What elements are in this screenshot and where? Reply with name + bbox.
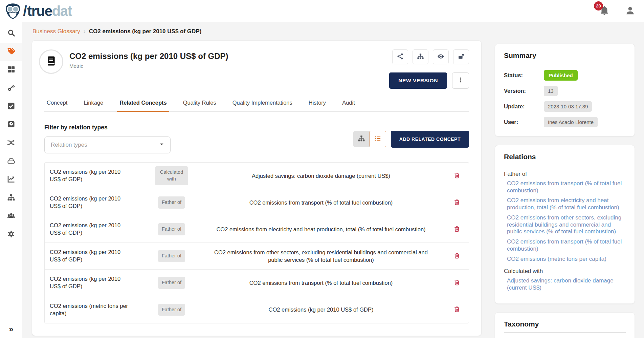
sidebar-expand-button[interactable]: » <box>0 322 22 336</box>
hard-drive-icon <box>7 157 15 166</box>
sidebar-item-modules[interactable] <box>0 61 22 79</box>
relation-link[interactable]: CO2 emissions from transport (% of total… <box>507 180 626 194</box>
sidebar-item-user-groups[interactable] <box>0 207 22 226</box>
owl-logo-icon <box>4 2 22 20</box>
tab-quality-implementations[interactable]: Quality Implementations <box>230 96 295 112</box>
page-title: CO2 emissions (kg per 2010 US$ of GDP) <box>69 51 389 61</box>
father-of-label: Father of <box>504 171 626 177</box>
relation-source: CO2 emissions (kg per 2010 US$ of GDP) <box>45 249 146 263</box>
gauge-icon <box>7 120 15 130</box>
relation-target: CO2 emissions (kg per 2010 US$ of GDP) <box>197 306 445 313</box>
gear-icon <box>7 230 15 239</box>
delete-relation-button[interactable] <box>453 172 460 180</box>
relation-type-badge: Father of <box>158 223 185 235</box>
grid-icon <box>7 65 15 75</box>
relation-type-badge: Father of <box>158 304 185 316</box>
relation-source: CO2 emissions (kg per 2010 US$ of GDP) <box>45 222 146 237</box>
bell-icon <box>599 11 609 17</box>
new-version-button[interactable]: NEW VERSION <box>389 72 447 89</box>
share-button[interactable] <box>392 49 408 64</box>
relation-link[interactable]: CO2 emissions from transport (% of total… <box>507 238 626 252</box>
top-header: /truedat 20 <box>0 0 644 22</box>
unlock-icon <box>458 53 465 61</box>
sitemap-icon <box>417 53 424 61</box>
tab-history[interactable]: History <box>306 96 328 112</box>
table-row: CO2 emissions (kg per 2010 US$ of GDP) F… <box>45 243 469 270</box>
sidebar-item-settings[interactable] <box>0 226 22 244</box>
search-icon <box>7 29 15 38</box>
version-badge: 13 <box>544 86 558 96</box>
delete-relation-button[interactable] <box>453 225 460 234</box>
sidebar-item-data-sources[interactable] <box>0 152 22 171</box>
view-toggle-list[interactable] <box>370 131 386 147</box>
relations-title: Relations <box>504 153 626 165</box>
sidebar-item-analytics[interactable] <box>0 171 22 189</box>
user-menu-button[interactable] <box>625 5 635 17</box>
add-related-concept-button[interactable]: ADD RELATED CONCEPT <box>391 131 469 148</box>
trash-icon <box>453 229 460 234</box>
trash-icon <box>453 255 460 260</box>
relation-source: CO2 emissions (kg per 2010 US$ of GDP) <box>45 195 146 210</box>
table-row: CO2 emissions (kg per 2010 US$ of GDP) F… <box>45 189 469 216</box>
eye-icon <box>437 53 444 61</box>
truedat-logo[interactable]: /truedat <box>4 2 72 20</box>
relation-type-badge: Father of <box>158 196 185 209</box>
relation-target: CO2 emissions from other sectors, exclud… <box>197 249 445 264</box>
breadcrumb-business-glossary[interactable]: Business Glossary <box>32 28 80 35</box>
delete-relation-button[interactable] <box>453 279 460 287</box>
chart-line-icon <box>7 175 15 185</box>
sidebar-item-quality[interactable] <box>0 98 22 116</box>
tab-linkage[interactable]: Linkage <box>81 96 106 112</box>
relation-link[interactable]: CO2 emissions from other sectors, exclud… <box>507 214 626 235</box>
relation-types-select[interactable]: Relation types <box>44 136 171 153</box>
notifications-button[interactable]: 20 <box>599 5 609 17</box>
relation-link[interactable]: CO2 emissions (metric tons per capita) <box>507 256 626 263</box>
tab-quality-rules[interactable]: Quality Rules <box>181 96 219 112</box>
delete-relation-button[interactable] <box>453 198 460 207</box>
relation-target: CO2 emissions from transport (% of total… <box>197 199 445 206</box>
sidebar-item-structures[interactable] <box>0 189 22 207</box>
sidebar-item-glossary[interactable] <box>0 43 22 61</box>
sidebar-item-dashboards[interactable] <box>0 116 22 134</box>
table-row: CO2 emissions (kg per 2010 US$ of GDP) F… <box>45 270 469 296</box>
relation-link[interactable]: Adjusted savings: carbon dioxide damage … <box>507 277 626 291</box>
watch-button[interactable] <box>433 49 449 64</box>
update-badge: 2023-10-03 17:39 <box>544 101 592 112</box>
tree-view-button[interactable] <box>413 49 428 64</box>
user-label: User: <box>504 119 544 125</box>
relation-source: CO2 emissions (metric tons per capita) <box>45 302 146 317</box>
table-row: CO2 emissions (metric tons per capita) F… <box>45 296 469 323</box>
relation-target: CO2 emissions from electricity and heat … <box>197 226 445 233</box>
user-icon <box>625 11 635 17</box>
tab-related-concepts[interactable]: Related Concepts <box>117 96 169 112</box>
check-square-icon <box>7 102 15 111</box>
tab-audit[interactable]: Audit <box>340 96 357 112</box>
trash-icon <box>453 202 460 207</box>
sidebar-item-lineage[interactable] <box>0 134 22 152</box>
sidebar-item-search[interactable] <box>0 24 22 43</box>
breadcrumb-current: CO2 emissions (kg per 2010 US$ of GDP) <box>89 28 202 35</box>
sitemap-icon <box>358 135 365 144</box>
relation-source: CO2 emissions (kg per 2010 US$ of GDP) <box>45 275 146 290</box>
table-row: CO2 emissions (kg per 2010 US$ of GDP) C… <box>45 163 469 189</box>
update-label: Update: <box>504 103 544 110</box>
relation-type-badge: Father of <box>158 277 185 289</box>
breadcrumb: Business Glossary › CO2 emissions (kg pe… <box>32 28 635 35</box>
sitemap-icon <box>7 193 15 203</box>
key-icon <box>7 84 15 93</box>
table-row: CO2 emissions (kg per 2010 US$ of GDP) F… <box>45 216 469 243</box>
sidebar-item-permissions[interactable] <box>0 79 22 98</box>
more-options-button[interactable] <box>452 72 469 89</box>
notification-count-badge: 20 <box>594 1 603 10</box>
main-content: Business Glossary › CO2 emissions (kg pe… <box>22 22 644 338</box>
version-label: Version: <box>504 88 544 94</box>
delete-relation-button[interactable] <box>453 305 460 314</box>
tab-concept[interactable]: Concept <box>44 96 70 112</box>
lock-button[interactable] <box>453 49 469 64</box>
delete-relation-button[interactable] <box>453 252 460 260</box>
caret-down-icon <box>159 142 164 148</box>
view-toggle-tree[interactable] <box>353 131 370 147</box>
relation-source: CO2 emissions (kg per 2010 US$ of GDP) <box>45 168 146 183</box>
relation-link[interactable]: CO2 emissions from electricity and heat … <box>507 197 626 211</box>
share-icon <box>397 53 404 61</box>
